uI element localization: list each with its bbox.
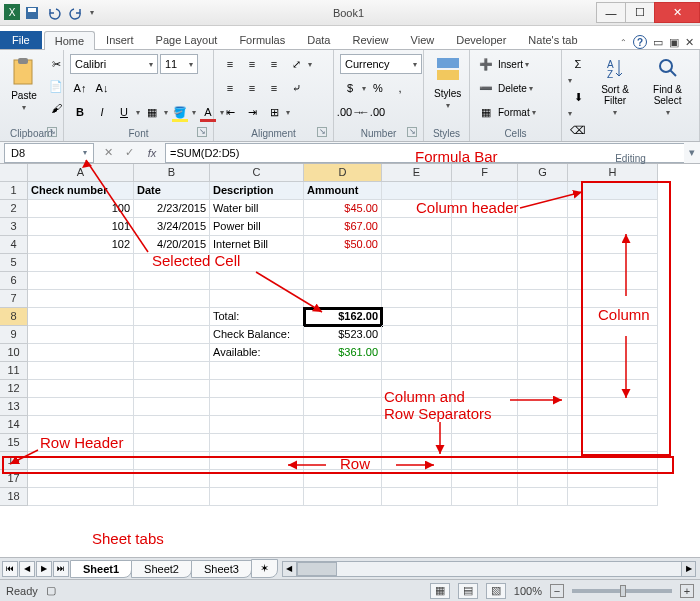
cell-H4[interactable] bbox=[568, 236, 658, 254]
cell-F12[interactable] bbox=[452, 380, 518, 398]
cell-G10[interactable] bbox=[518, 344, 568, 362]
cell-F14[interactable] bbox=[452, 416, 518, 434]
cell-B15[interactable] bbox=[134, 434, 210, 452]
tab-page-layout[interactable]: Page Layout bbox=[145, 30, 229, 49]
cancel-formula-icon[interactable]: ✕ bbox=[98, 143, 118, 163]
cell-H6[interactable] bbox=[568, 272, 658, 290]
cell-G12[interactable] bbox=[518, 380, 568, 398]
sort-filter-button[interactable]: AZ Sort & Filter▾ bbox=[592, 54, 638, 119]
cell-G18[interactable] bbox=[518, 488, 568, 506]
cell-G2[interactable] bbox=[518, 200, 568, 218]
zoom-out-button[interactable]: − bbox=[550, 584, 564, 598]
row-header-12[interactable]: 12 bbox=[0, 380, 28, 398]
cell-C17[interactable] bbox=[210, 470, 304, 488]
format-painter-icon[interactable]: 🖌 bbox=[46, 98, 66, 118]
cell-C7[interactable] bbox=[210, 290, 304, 308]
increase-decimal-icon[interactable]: .00→ bbox=[340, 102, 360, 122]
cell-E10[interactable] bbox=[382, 344, 452, 362]
number-format-combo[interactable]: Currency▾ bbox=[340, 54, 422, 74]
decrease-indent-icon[interactable]: ⇤ bbox=[220, 102, 240, 122]
cell-B18[interactable] bbox=[134, 488, 210, 506]
cell-B11[interactable] bbox=[134, 362, 210, 380]
cell-H1[interactable] bbox=[568, 182, 658, 200]
cell-E11[interactable] bbox=[382, 362, 452, 380]
cell-E5[interactable] bbox=[382, 254, 452, 272]
cell-E3[interactable] bbox=[382, 218, 452, 236]
cell-E13[interactable] bbox=[382, 398, 452, 416]
cell-E7[interactable] bbox=[382, 290, 452, 308]
cell-A7[interactable] bbox=[28, 290, 134, 308]
column-header-G[interactable]: G bbox=[518, 164, 568, 182]
cell-B12[interactable] bbox=[134, 380, 210, 398]
close-button[interactable]: ✕ bbox=[654, 2, 700, 23]
row-header-3[interactable]: 3 bbox=[0, 218, 28, 236]
row-header-6[interactable]: 6 bbox=[0, 272, 28, 290]
cell-H9[interactable] bbox=[568, 326, 658, 344]
cell-C4[interactable]: Internet Bill bbox=[210, 236, 304, 254]
minimize-ribbon-icon[interactable]: ⌃ bbox=[620, 38, 627, 47]
qa-customize-dropdown[interactable]: ▾ bbox=[88, 3, 96, 23]
cell-D1[interactable]: Ammount bbox=[304, 182, 382, 200]
cell-F8[interactable] bbox=[452, 308, 518, 326]
find-select-button[interactable]: Find & Select▾ bbox=[642, 54, 693, 119]
name-box[interactable]: D8▾ bbox=[4, 143, 94, 163]
sheet-tab-3[interactable]: Sheet3 bbox=[191, 560, 252, 578]
cell-D9[interactable]: $523.00 bbox=[304, 326, 382, 344]
sheet-tab-1[interactable]: Sheet1 bbox=[70, 560, 132, 578]
percent-format-icon[interactable]: % bbox=[368, 78, 388, 98]
cell-F13[interactable] bbox=[452, 398, 518, 416]
cell-G14[interactable] bbox=[518, 416, 568, 434]
normal-view-button[interactable]: ▦ bbox=[430, 583, 450, 599]
cell-F6[interactable] bbox=[452, 272, 518, 290]
cell-A14[interactable] bbox=[28, 416, 134, 434]
help-icon[interactable]: ? bbox=[633, 35, 647, 49]
cell-E9[interactable] bbox=[382, 326, 452, 344]
cell-B9[interactable] bbox=[134, 326, 210, 344]
font-family-combo[interactable]: Calibri▾ bbox=[70, 54, 158, 74]
cell-D4[interactable]: $50.00 bbox=[304, 236, 382, 254]
increase-font-icon[interactable]: A↑ bbox=[70, 78, 90, 98]
cell-B1[interactable]: Date bbox=[134, 182, 210, 200]
merge-center-button[interactable]: ⊞ bbox=[264, 102, 284, 122]
cell-F7[interactable] bbox=[452, 290, 518, 308]
cell-G7[interactable] bbox=[518, 290, 568, 308]
cell-A12[interactable] bbox=[28, 380, 134, 398]
cell-C9[interactable]: Check Balance: bbox=[210, 326, 304, 344]
cell-D13[interactable] bbox=[304, 398, 382, 416]
wrap-text-button[interactable]: ⤶ bbox=[286, 78, 306, 98]
cell-H10[interactable] bbox=[568, 344, 658, 362]
cell-A4[interactable]: 102 bbox=[28, 236, 134, 254]
cell-H15[interactable] bbox=[568, 434, 658, 452]
align-left-icon[interactable]: ≡ bbox=[220, 78, 240, 98]
minimize-button[interactable]: — bbox=[596, 2, 626, 23]
fill-color-button[interactable]: 🪣 bbox=[170, 102, 190, 122]
cut-icon[interactable]: ✂ bbox=[46, 54, 66, 74]
decrease-decimal-icon[interactable]: ←.00 bbox=[362, 102, 382, 122]
cell-F15[interactable] bbox=[452, 434, 518, 452]
window-options-icon1[interactable]: ▭ bbox=[653, 36, 663, 49]
sheet-nav-prev[interactable]: ◀ bbox=[19, 561, 35, 577]
cell-G1[interactable] bbox=[518, 182, 568, 200]
tab-insert[interactable]: Insert bbox=[95, 30, 145, 49]
cell-H8[interactable] bbox=[568, 308, 658, 326]
file-tab[interactable]: File bbox=[0, 31, 42, 49]
cell-E18[interactable] bbox=[382, 488, 452, 506]
font-size-combo[interactable]: 11▾ bbox=[160, 54, 198, 74]
row-header-16[interactable]: 16 bbox=[0, 452, 28, 470]
cell-F16[interactable] bbox=[452, 452, 518, 470]
cells-format-button[interactable]: ▦Format▾ bbox=[476, 102, 536, 122]
cell-D17[interactable] bbox=[304, 470, 382, 488]
tab-developer[interactable]: Developer bbox=[445, 30, 517, 49]
cell-B4[interactable]: 4/20/2015 bbox=[134, 236, 210, 254]
paste-button[interactable]: Paste ▾ bbox=[6, 54, 42, 114]
cell-G6[interactable] bbox=[518, 272, 568, 290]
cell-G8[interactable] bbox=[518, 308, 568, 326]
row-header-17[interactable]: 17 bbox=[0, 470, 28, 488]
cell-D8[interactable]: $162.00 bbox=[304, 308, 382, 326]
row-header-2[interactable]: 2 bbox=[0, 200, 28, 218]
cell-D15[interactable] bbox=[304, 434, 382, 452]
cell-A16[interactable] bbox=[28, 452, 134, 470]
sheet-tab-2[interactable]: Sheet2 bbox=[131, 560, 192, 578]
cell-D10[interactable]: $361.00 bbox=[304, 344, 382, 362]
horizontal-scrollbar[interactable]: ◀▶ bbox=[282, 561, 696, 577]
